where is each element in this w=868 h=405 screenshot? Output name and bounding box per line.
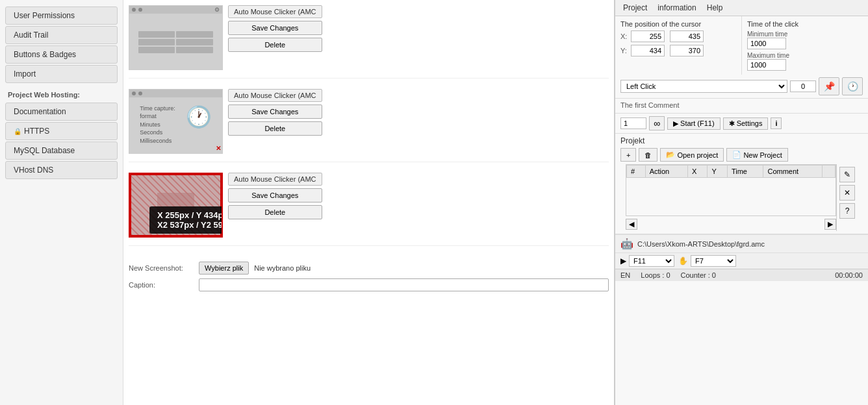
file-name-display: Nie wybrano pliku bbox=[254, 264, 609, 272]
amc-title-2: Auto Mouse Clicker (AMC bbox=[228, 89, 322, 102]
sidebar-item-documentation[interactable]: Documentation bbox=[5, 103, 118, 121]
help-button[interactable]: ? bbox=[839, 203, 855, 219]
cursor-section: The position of the cursor X: Y: bbox=[615, 16, 742, 75]
right-panel: Project information Help The position of… bbox=[615, 0, 868, 405]
comment-controls-row: The first Comment bbox=[615, 99, 868, 114]
click-time-label: Time of the click bbox=[747, 20, 863, 28]
save-button-1[interactable]: Save Changes bbox=[228, 21, 322, 35]
sidebar-item-mysql[interactable]: MySQL Database bbox=[5, 141, 118, 160]
play-hotkey-group: ▶ F11 bbox=[620, 255, 674, 267]
y1-coord-group: Y: bbox=[620, 45, 665, 56]
screenshots-scroll: ⚙ Auto Mouse Clicker (AMC bbox=[129, 5, 609, 301]
delete-row-button[interactable]: ✕ bbox=[839, 185, 855, 201]
min-time-input[interactable] bbox=[747, 38, 786, 49]
min-time-label: Minimum time bbox=[747, 31, 863, 38]
delete-button-3[interactable]: Delete bbox=[228, 205, 322, 219]
action-number-input[interactable] bbox=[790, 80, 816, 92]
thumb-grid-1 bbox=[138, 31, 212, 53]
path-text: C:\Users\Xkom-ARTS\Desktop\fgrd.amc bbox=[637, 240, 863, 248]
play-hotkey-select[interactable]: F11 bbox=[629, 255, 674, 267]
col-y: Y bbox=[708, 166, 727, 178]
sidebar-item-user-permissions[interactable]: User Permissions bbox=[5, 6, 118, 25]
action-table-scroll[interactable]: # Action X Y Time Comment bbox=[626, 164, 836, 216]
delete-projekt-button[interactable]: 🗑 bbox=[639, 148, 657, 162]
sidebar-item-import[interactable]: Import bbox=[5, 65, 118, 83]
projekt-label: Projekt bbox=[620, 136, 863, 145]
pin-button[interactable]: 📌 bbox=[819, 77, 839, 95]
y2-input[interactable] bbox=[670, 45, 704, 56]
choose-file-button[interactable]: Wybierz plik bbox=[199, 262, 249, 275]
sidebar: User Permissions Audit Trail Buttons & B… bbox=[0, 0, 123, 405]
col-comment: Comment bbox=[763, 166, 823, 178]
thumb-content-3 bbox=[130, 174, 222, 236]
thumb-gear-icon: ⚙ bbox=[214, 6, 220, 13]
middle-content: ⚙ Auto Mouse Clicker (AMC bbox=[123, 0, 615, 405]
start-button[interactable]: ▶ Start (F11) bbox=[667, 117, 721, 130]
right-menubar: Project information Help bbox=[615, 0, 868, 16]
menu-information[interactable]: information bbox=[652, 1, 701, 14]
file-icon: 📄 bbox=[732, 151, 741, 159]
clock-icon: 🕐 bbox=[186, 104, 212, 129]
thumb-dot-2 bbox=[138, 8, 142, 12]
delete-button-2[interactable]: Delete bbox=[228, 121, 322, 136]
delete-button-1[interactable]: Delete bbox=[228, 38, 322, 52]
save-button-3[interactable]: Save Changes bbox=[228, 188, 322, 202]
infinity-button[interactable]: ∞ bbox=[649, 116, 665, 130]
max-time-label: Maximum time bbox=[747, 52, 863, 59]
cursor-label: The position of the cursor bbox=[620, 20, 736, 28]
screenshot-thumb-3[interactable]: X 255px / Y 434px X2 537px / Y2 593px bbox=[129, 173, 223, 238]
info-button[interactable]: i bbox=[771, 117, 782, 129]
screenshot-row-3: X 255px / Y 434px X2 537px / Y2 593px Au… bbox=[129, 173, 609, 238]
col-x: X bbox=[687, 166, 707, 178]
add-projekt-button[interactable]: + bbox=[620, 148, 636, 162]
action-counter: Counter : 0 bbox=[681, 271, 716, 279]
x1-coord-group: X: bbox=[620, 31, 665, 42]
new-projekt-button[interactable]: 📄 New Project bbox=[726, 148, 787, 162]
screenshot-thumb-1[interactable]: ⚙ bbox=[129, 5, 223, 70]
open-projekt-button[interactable]: 📂 Open project bbox=[660, 148, 724, 162]
screenshot-row-2: Time capture: format Minutes Seconds Mil… bbox=[129, 89, 609, 154]
action-row: Left Click 📌 🕐 bbox=[615, 75, 868, 99]
screenshot-thumb-2[interactable]: Time capture: format Minutes Seconds Mil… bbox=[129, 89, 223, 154]
x-label: X: bbox=[620, 32, 628, 40]
table-next-btn[interactable]: ▶ bbox=[824, 219, 836, 230]
edit-row-button[interactable]: ✎ bbox=[839, 167, 855, 182]
sidebar-item-buttons-badges[interactable]: Buttons & Badges bbox=[5, 45, 118, 64]
sidebar-item-https[interactable]: HTTPS bbox=[5, 122, 118, 140]
sidebar-item-vhost-dns[interactable]: VHost DNS bbox=[5, 161, 118, 179]
loops-counter: Loops : 0 bbox=[641, 271, 670, 279]
amc-title-3: Auto Mouse Clicker (AMC bbox=[228, 173, 322, 186]
thumb-header-2 bbox=[129, 90, 222, 97]
new-projekt-label: New Project bbox=[743, 151, 782, 159]
stop-icon: ✋ bbox=[678, 256, 688, 265]
action-table: # Action X Y Time Comment bbox=[626, 165, 836, 178]
time-display: 00:00:00 bbox=[835, 271, 863, 279]
play-icon: ▶ bbox=[620, 256, 626, 265]
comment-number-input[interactable] bbox=[620, 117, 646, 129]
projekt-buttons: + 🗑 📂 Open project 📄 New Project bbox=[620, 148, 863, 162]
stop-hotkey-select[interactable]: F7 bbox=[691, 255, 736, 267]
x1-input[interactable] bbox=[631, 31, 665, 42]
x-coords-row: X: bbox=[620, 31, 736, 42]
table-nav: ◀ ▶ bbox=[626, 217, 836, 231]
x2-input[interactable] bbox=[670, 31, 704, 42]
max-time-input[interactable] bbox=[747, 59, 786, 71]
y-label: Y: bbox=[620, 47, 628, 55]
caption-input[interactable] bbox=[199, 278, 609, 291]
menu-help[interactable]: Help bbox=[702, 1, 728, 14]
settings-button[interactable]: ✱ Settings bbox=[723, 117, 769, 130]
time-section: Time of the click Minimum time Maximum t… bbox=[742, 16, 868, 75]
table-header-row: # Action X Y Time Comment bbox=[627, 166, 836, 178]
table-prev-btn[interactable]: ◀ bbox=[626, 219, 637, 230]
sidebar-item-audit-trail[interactable]: Audit Trail bbox=[5, 26, 118, 44]
robot-icon: 🤖 bbox=[620, 238, 633, 250]
menu-project[interactable]: Project bbox=[618, 1, 652, 14]
y1-input[interactable] bbox=[631, 45, 665, 56]
thumb-header-1: ⚙ bbox=[129, 6, 222, 14]
sidebar-items-section1: User Permissions Audit Trail Buttons & B… bbox=[0, 6, 123, 83]
save-button-2[interactable]: Save Changes bbox=[228, 104, 322, 119]
action-dropdown[interactable]: Left Click bbox=[620, 80, 787, 93]
comment-row: ∞ ▶ Start (F11) ✱ Settings i bbox=[615, 114, 868, 134]
table-container: # Action X Y Time Comment bbox=[626, 164, 836, 231]
clock-button[interactable]: 🕐 bbox=[842, 77, 863, 95]
